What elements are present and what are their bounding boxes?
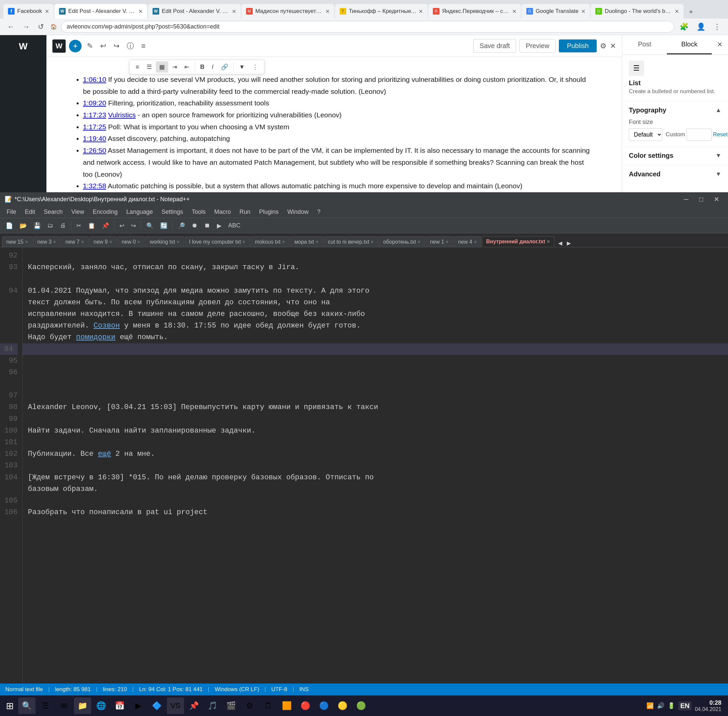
tray-lang[interactable]: EN [678, 701, 692, 710]
np-tab-ilove-close[interactable]: ✕ [242, 240, 245, 244]
editor-close-button[interactable]: ✕ [610, 42, 616, 50]
link-btn[interactable]: 🔗 [217, 61, 231, 73]
np-tab-new3[interactable]: new 3✕ [33, 236, 61, 247]
tab-yandex-close[interactable]: ✕ [512, 8, 517, 15]
font-size-select[interactable]: Default Small Normal Large Huge [629, 128, 662, 141]
timestamp-link[interactable]: 1:17:23 [83, 111, 106, 119]
np-tab-new1[interactable]: new 1✕ [426, 236, 453, 247]
notepad-text-content[interactable]: Касперский, заняло час, отписал по скану… [23, 247, 728, 684]
tab-madison[interactable]: М Мадисон путешествует - ... ✕ [242, 4, 334, 18]
ordered-list-btn[interactable]: ▦ [156, 61, 168, 73]
tab-google-translate[interactable]: G Google Translate ✕ [522, 4, 590, 18]
taskbar-icon-pin[interactable]: 📌 [185, 698, 203, 714]
np-tab-working[interactable]: working txt✕ [145, 236, 184, 247]
np-tab-new7-close[interactable]: ✕ [81, 240, 84, 244]
menu-tools[interactable]: Tools [188, 207, 210, 217]
tray-clock[interactable]: 0:28 04.04.2021 [695, 699, 721, 712]
taskbar-icon-explorer[interactable]: 📁 [74, 698, 91, 714]
tab-tinkoff-close[interactable]: ✕ [419, 8, 423, 15]
timestamp-link[interactable]: 1:26:50 [83, 147, 106, 154]
np-open-btn[interactable]: 📂 [17, 220, 30, 231]
np-saveall-btn[interactable]: 🗂 [44, 220, 56, 231]
editor-settings-button[interactable]: ⚙ [600, 42, 606, 50]
np-tab-vnutrenniy-close[interactable]: ✕ [547, 239, 550, 244]
np-paste-btn[interactable]: 📌 [99, 220, 112, 231]
np-replace-btn[interactable]: 🔄 [157, 220, 170, 231]
maximize-button[interactable]: □ [695, 194, 707, 205]
unordered-list-btn[interactable]: ☰ [143, 61, 155, 73]
list-view-btn[interactable]: ≡ [132, 62, 143, 73]
taskbar-icon-np[interactable]: 🗒 [260, 698, 277, 714]
preview-button[interactable]: Preview [520, 39, 556, 53]
home-button[interactable]: 🏠 [49, 22, 58, 32]
np-tab-prev[interactable]: ◀ [556, 239, 564, 247]
taskbar-icon-browser[interactable]: 🌐 [93, 698, 110, 714]
np-tab-new9-close[interactable]: ✕ [109, 240, 112, 244]
tab-wp-edit-2[interactable]: W Edit Post - Alexander V. Le... ✕ [148, 4, 241, 18]
profile-button[interactable]: 👤 [694, 21, 708, 32]
np-tab-new4-close[interactable]: ✕ [474, 240, 477, 244]
advanced-section-header[interactable]: Advanced ▼ [629, 170, 721, 178]
redo-button[interactable]: ↪ [111, 40, 122, 52]
np-tab-ilove[interactable]: I love my computer txt✕ [185, 236, 250, 247]
tab-wp-close-2[interactable]: ✕ [232, 8, 236, 15]
pomidorki-link[interactable]: помидорки [76, 333, 116, 341]
np-macro-rec-btn[interactable]: ⏺ [189, 220, 201, 231]
np-tab-next[interactable]: ▶ [565, 239, 573, 247]
np-cut-btn[interactable]: ✂ [73, 220, 84, 231]
font-reset-button[interactable]: Reset [713, 131, 728, 138]
taskbar-icon-app3[interactable]: 🔵 [315, 698, 333, 714]
indent-btn[interactable]: ⇥ [169, 61, 181, 73]
refresh-button[interactable]: ↺ [35, 21, 46, 32]
np-tab-mora-close[interactable]: ✕ [315, 240, 319, 244]
np-tab-mokous-close[interactable]: ✕ [282, 240, 285, 244]
np-zoom-in-btn[interactable]: 🔎 [175, 220, 188, 231]
vulristics-link[interactable]: Vulristics [108, 111, 136, 119]
np-tab-new0-close[interactable]: ✕ [137, 240, 140, 244]
bold-btn[interactable]: B [197, 62, 208, 73]
tab-post[interactable]: Post [622, 35, 667, 55]
np-new-btn[interactable]: 📄 [3, 220, 16, 231]
taskbar-icon-app5[interactable]: 🟢 [353, 698, 370, 714]
np-tab-new4[interactable]: new 4✕ [454, 236, 481, 247]
menu-language[interactable]: Language [122, 207, 157, 217]
np-macro-play-btn[interactable]: ▶ [214, 220, 225, 231]
menu-file[interactable]: File [3, 207, 20, 217]
menu-window[interactable]: Window [283, 207, 312, 217]
timestamp-link[interactable]: 1:09:20 [83, 99, 106, 107]
kebab-menu-btn[interactable]: ⋮ [249, 61, 261, 73]
np-tab-oborotem-close[interactable]: ✕ [417, 240, 421, 244]
timestamp-link[interactable]: 1:19:40 [83, 135, 106, 142]
taskbar-icon-blue[interactable]: 🔷 [148, 698, 166, 714]
taskbar-icon-settings[interactable]: ⚙ [241, 698, 258, 714]
browser-settings-button[interactable]: ⋮ [711, 21, 723, 32]
taskbar-icon-calendar[interactable]: 📅 [111, 698, 128, 714]
menu-help[interactable]: ? [313, 207, 324, 217]
taskbar-icon-media[interactable]: ▶ [130, 698, 147, 714]
timestamp-link[interactable]: 1:06:10 [83, 76, 106, 83]
info-button[interactable]: ⓘ [125, 39, 136, 53]
outdent-btn[interactable]: ⇤ [181, 61, 193, 73]
taskbar-icon-app4[interactable]: 🟡 [334, 698, 351, 714]
tray-sound[interactable]: 🔊 [657, 702, 664, 709]
typography-section-header[interactable]: Typography ▲ [629, 106, 721, 114]
np-tab-new7[interactable]: new 7✕ [61, 236, 88, 247]
np-tab-vnutrenniy-active[interactable]: Внутренний диалог.txt✕ [482, 236, 554, 247]
taskbar-icon-music[interactable]: 🎵 [204, 698, 221, 714]
menu-edit[interactable]: Edit [21, 207, 39, 217]
np-undo-btn[interactable]: ↩ [116, 220, 128, 231]
np-macro-stop-btn[interactable]: ⏹ [201, 220, 213, 231]
menu-plugins[interactable]: Plugins [255, 207, 283, 217]
italic-btn[interactable]: I [208, 62, 217, 73]
start-button[interactable]: ⊞ [3, 698, 17, 713]
np-tab-mokous[interactable]: mokous txt✕ [251, 236, 289, 247]
np-tab-new3-close[interactable]: ✕ [53, 240, 56, 244]
taskbar-icon-app1[interactable]: 🟧 [278, 698, 295, 714]
wp-admin-logo[interactable]: W [15, 38, 31, 55]
tab-tinkoff[interactable]: Т Тинькофф – Кредитные... ✕ [335, 4, 427, 18]
select-tool-button[interactable]: ✎ [85, 40, 95, 52]
menu-view[interactable]: View [67, 207, 88, 217]
tab-wp-edit-active[interactable]: W Edit Post - Alexander V. Le... ✕ [55, 4, 147, 18]
tab-yandex[interactable]: Я Яндекс.Переводчик – сло... ✕ [428, 4, 521, 18]
back-button[interactable]: ← [5, 21, 17, 32]
